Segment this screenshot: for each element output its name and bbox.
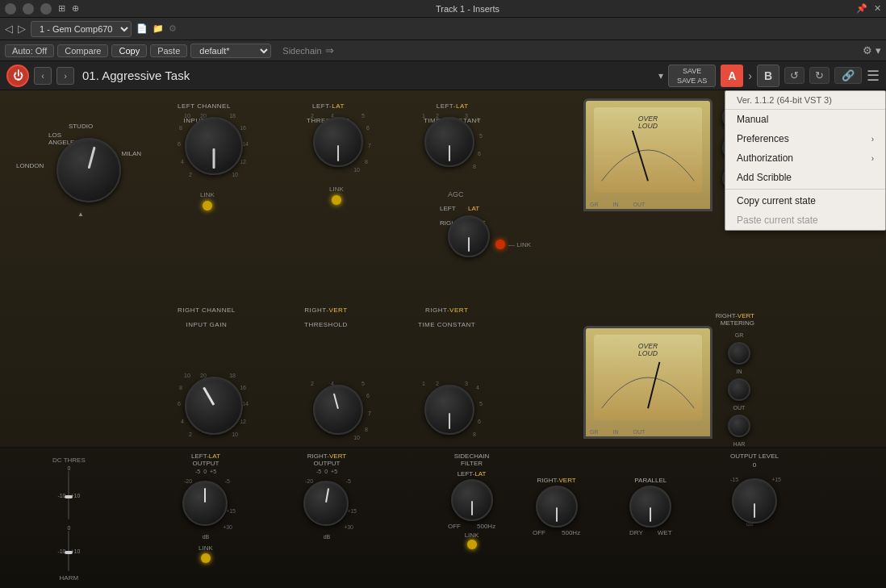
window-title: Track 1 - Inserts: [86, 4, 850, 14]
left-time-constant-knob-area: 1 2 3 4 5 6 8: [418, 111, 483, 175]
bottom-right-knob1[interactable]: [728, 342, 750, 365]
prev-preset-button[interactable]: ‹: [34, 67, 52, 85]
paste-button[interactable]: Paste: [150, 44, 187, 57]
parallel-knob[interactable]: [629, 486, 671, 528]
manual-menu-item[interactable]: Manual: [725, 110, 885, 129]
right-vert-output-knob[interactable]: [303, 481, 349, 526]
authorization-submenu-arrow: ›: [871, 154, 874, 163]
right-time-constant-knob[interactable]: [424, 385, 474, 435]
preferences-submenu-arrow: ›: [871, 135, 874, 144]
right-threshold-label: RIGHT-VERTTHRESHOLD: [304, 301, 348, 330]
redo-button[interactable]: ↻: [809, 67, 830, 84]
sidechain-right-vert-knob[interactable]: [536, 486, 578, 528]
folder-icon[interactable]: 📁: [153, 23, 164, 34]
top-vu-meter: OVER LOUD GR IN OUT: [583, 98, 713, 211]
link-button[interactable]: 🔗: [834, 67, 862, 84]
dc-thres-area: DC THRES 0 -10 +10 0 -10: [52, 457, 86, 582]
right-channel-label: RIGHT CHANNELINPUT GAIN: [178, 301, 236, 330]
svg-line-5: [648, 362, 659, 408]
minimize-button[interactable]: [23, 3, 34, 15]
output-value: 0: [753, 461, 756, 469]
output-level-label: OUTPUT LEVEL: [730, 452, 779, 460]
close-button[interactable]: [5, 3, 16, 15]
left-lat-link-led[interactable]: [201, 553, 211, 563]
context-menu-divider: [725, 189, 885, 190]
left-threshold-link-led[interactable]: [332, 195, 341, 205]
hamburger-menu-button[interactable]: ☰: [867, 67, 880, 85]
authorization-menu-item[interactable]: Authorization ›: [725, 148, 885, 168]
title-bar: ⊞ ⊕ Track 1 - Inserts 📌 ✕: [0, 0, 886, 18]
sidechain-link-led[interactable]: [467, 540, 477, 549]
file-icon[interactable]: 📄: [136, 23, 148, 34]
version-text: Ver. 1.1.2 (64-bit VST 3): [725, 91, 885, 110]
ab-b-button[interactable]: B: [757, 65, 779, 87]
dc-thres-label: DC THRES: [52, 457, 86, 464]
left-time-constant-knob[interactable]: [424, 117, 474, 167]
save-button[interactable]: SAVE SAVE AS: [668, 65, 716, 87]
sidechain-right-vert-area: RIGHT-VERT OFF 500Hz: [533, 477, 580, 536]
agc-knob-area: [448, 215, 490, 257]
right-time-constant-label: RIGHT-VERTTIME CONSTANT: [418, 301, 475, 330]
right-time-constant-knob-area: 1 2 3 4 5 6 8: [418, 378, 483, 443]
bottom-right-knob3[interactable]: [728, 415, 750, 437]
dropdown-icon[interactable]: ▾: [658, 70, 663, 81]
pin-icon: 📌: [856, 3, 867, 14]
paste-state-menu-item: Paste current state: [725, 211, 885, 230]
svg-text:LOUD: LOUD: [638, 122, 658, 130]
next-preset-button[interactable]: ›: [56, 67, 74, 85]
left-threshold-knob-area: 2 4 5 6 7 8 10: [307, 111, 371, 175]
bottom-strip: DC THRES 0 -10 +10 0 -10: [0, 447, 886, 588]
gear-icon[interactable]: ⚙ ▾: [863, 44, 881, 56]
agc-knob[interactable]: [448, 215, 490, 257]
maximize-button[interactable]: [40, 3, 52, 15]
preset-selector[interactable]: default*: [190, 44, 271, 58]
sidechain-label: Sidechain: [274, 46, 321, 56]
ab-a-button[interactable]: A: [721, 65, 743, 87]
bottom-right-knob2[interactable]: [728, 378, 750, 401]
selector-knob[interactable]: [56, 138, 121, 202]
selector-pointer-label: ▲: [40, 211, 121, 218]
output-level-area: OUTPUT LEVEL 0 -15 +15 dB: [726, 452, 783, 531]
left-input-gain-knob[interactable]: [185, 117, 243, 175]
left-threshold-knob[interactable]: [313, 117, 363, 167]
svg-text:LOUD: LOUD: [638, 349, 658, 357]
plugin-content: LEFT CHANNELINPUT GAIN LEFT-LATTHRESHOLD…: [0, 90, 886, 588]
toolbar-row1: ◁ ▷ 1 - Gem Comp670 📄 📁 ⚙: [0, 18, 886, 40]
context-menu: Ver. 1.1.2 (64-bit VST 3) Manual Prefere…: [725, 90, 886, 231]
plugin-body: LEFT CHANNELINPUT GAIN LEFT-LATTHRESHOLD…: [0, 90, 886, 588]
left-link-led[interactable]: [203, 201, 212, 211]
right-threshold-knob-area: 2 4 5 6 7 8 10: [307, 378, 371, 443]
auto-off-button[interactable]: Auto: Off: [5, 44, 54, 57]
dc-thres-slider[interactable]: [65, 495, 73, 498]
power-button[interactable]: ⏻: [6, 65, 29, 87]
preferences-menu-item[interactable]: Preferences ›: [725, 129, 885, 148]
left-lat-output-knob[interactable]: [182, 481, 228, 526]
left-lat-output-area: LEFT-LATOUTPUT -50+5 -20 -5 +15 +30 dB L…: [178, 452, 234, 563]
settings-icon[interactable]: ⚙: [169, 23, 177, 34]
toolbar-row2: Auto: Off Compare Copy Paste default* Si…: [0, 40, 886, 61]
main-link-area: — LINK: [495, 240, 531, 249]
parallel-area: PARALLEL DRY WET: [629, 477, 672, 536]
undo-button[interactable]: ↺: [784, 67, 805, 84]
right-threshold-knob[interactable]: [313, 385, 363, 435]
arrow-right-icon[interactable]: ▷: [18, 23, 26, 35]
sidechain-filter-area: SIDECHAINFILTER LEFT-LAT OFF 500Hz LINK: [448, 452, 495, 549]
plugin-selector[interactable]: 1 - Gem Comp670: [31, 21, 132, 37]
window-close-icon[interactable]: ✕: [874, 3, 881, 14]
sidechain-icon: ⇒: [325, 44, 334, 56]
copy-button[interactable]: Copy: [111, 44, 147, 57]
selector-knob-area: STUDIO LOSANGELES LONDON MILAN ▲: [40, 123, 121, 218]
sidechain-left-lat-knob[interactable]: [451, 479, 493, 521]
add-scribble-menu-item[interactable]: Add Scribble: [725, 168, 885, 187]
right-input-gain-knob-area: 20 18 16 14 12 10 10 8 6 4 2: [178, 370, 250, 443]
main-link-led[interactable]: [495, 240, 505, 249]
harm-label: HARM: [60, 574, 79, 582]
output-level-knob[interactable]: [732, 478, 777, 523]
bottom-vu-meter: OVER LOUD GR IN OUT RIGHT-VERTMETERING: [583, 326, 713, 439]
arrow-left-icon[interactable]: ◁: [5, 23, 13, 35]
left-threshold-link-area: LINK: [329, 186, 344, 205]
copy-state-menu-item[interactable]: Copy current state: [725, 191, 885, 211]
right-input-gain-knob[interactable]: [185, 377, 243, 435]
compare-button[interactable]: Compare: [57, 44, 108, 57]
dc-thres-slider2[interactable]: [65, 551, 73, 554]
